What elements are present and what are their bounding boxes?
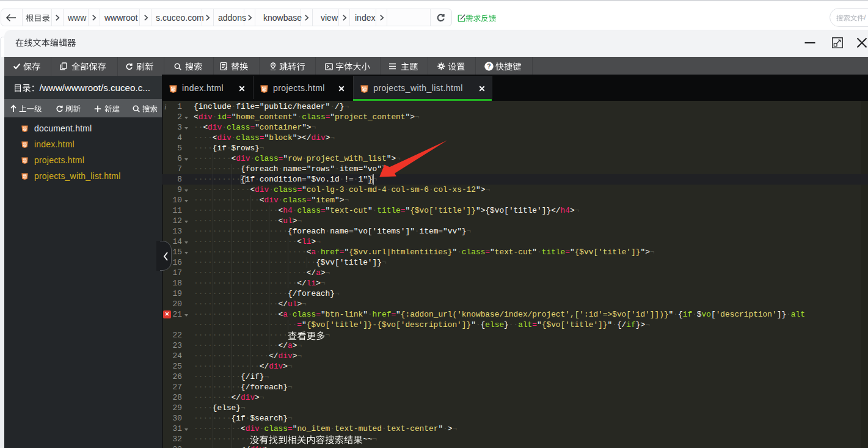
svg-text:?: ? [487,62,491,70]
